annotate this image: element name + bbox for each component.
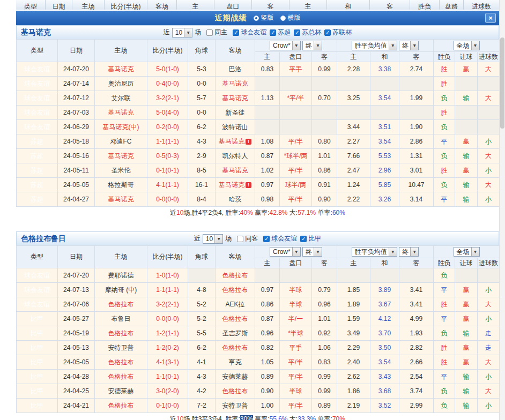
- score-cell: 4-1(3-1): [147, 355, 188, 370]
- scope-select[interactable]: 全场: [454, 247, 480, 257]
- handicap-away-odds: 0.91: [312, 178, 337, 192]
- recent-count-select[interactable]: 10: [203, 234, 223, 244]
- home-team: 基马诺克: [95, 192, 147, 207]
- league-type-badge: 球会友谊: [17, 77, 58, 91]
- euro-draw-odds: 3.50: [370, 341, 399, 355]
- summary-segment: 大:: [288, 209, 298, 216]
- euro-away-odds: 2.66: [399, 355, 434, 370]
- away-team: 基马诺克: [216, 163, 255, 178]
- handicap-time-select[interactable]: 终: [302, 247, 322, 257]
- league-filter-checkbox[interactable]: [270, 29, 276, 36]
- same-venue-label: 同主: [214, 28, 227, 37]
- away-team: 基马诺克: [216, 77, 255, 91]
- goals-cell: 小: [478, 370, 500, 384]
- away-team-name: 色格拉布: [222, 272, 248, 279]
- recent-matches-table-1: 类型 日期 主场 比分(半场) 角球 客场 Crow* 终 胜平负均值 终 全场: [16, 39, 500, 207]
- match-row: 比甲 24-05-27 布鲁日 0-0(0-0) 5-2 色格拉布 0.87 半…: [17, 312, 500, 326]
- goals-cell: [478, 268, 500, 283]
- match-row: 球会友谊 24-07-13 摩纳哥 (中) 1-1(1-1) 4-8 色格拉布 …: [17, 283, 500, 297]
- close-icon[interactable]: ×: [485, 13, 496, 23]
- away-team-name: 色格拉布: [222, 344, 248, 351]
- score-cell: 5-0(1-0): [147, 62, 188, 77]
- scope-group-header: 全场: [434, 40, 500, 52]
- handicap-away-odds: 0.89: [312, 399, 337, 413]
- team1-filters: 近 10 场 同主 球会友谊 苏超 苏总杯 苏联杯: [164, 28, 352, 38]
- result-cell: 负: [434, 384, 455, 399]
- away-team-name: 哈茨: [229, 196, 242, 203]
- home-team-name: 色格拉布: [108, 301, 134, 308]
- same-venue-checkbox[interactable]: [237, 236, 243, 242]
- result-cell: 胜: [434, 77, 455, 91]
- score-cell: 1-2(1-1): [147, 326, 188, 341]
- league-filter-label: 苏超: [278, 28, 291, 37]
- corners-cell: 0-0: [188, 106, 216, 120]
- match-row: 苏超 24-05-11 圣米伦 0-1(0-1) 8-5 基马诺克 1.02 平…: [17, 163, 500, 178]
- corners-cell: 4-8: [188, 283, 216, 297]
- recent-count-select[interactable]: 10: [172, 28, 192, 38]
- summary-segment: 55.6%: [269, 415, 287, 420]
- euro-time-select[interactable]: 终: [399, 41, 419, 50]
- home-team: 安德莱赫: [95, 384, 147, 399]
- handicap-line-cell: 半球: [280, 384, 312, 399]
- match-row: 苏超 24-05-18 邓迪FC 1-1(1-1) 4-3 基马诺克! 1.08…: [17, 134, 500, 149]
- league-filter-checkbox[interactable]: [233, 29, 239, 36]
- home-team: 布鲁日: [95, 312, 147, 326]
- vertical-layout-radio[interactable]: [254, 16, 259, 21]
- handicap-home-odds: [255, 120, 280, 134]
- avg-odds-select[interactable]: 胜平负均值: [352, 247, 397, 257]
- home-team-name: 色格拉布: [108, 329, 134, 337]
- modal-titlebar: 近期战绩 竖版 横版 ×: [16, 11, 499, 25]
- score-cell: 0-1(0-0): [147, 399, 188, 413]
- horizontal-layout-radio[interactable]: [280, 16, 286, 21]
- league-type-badge: 苏超: [17, 163, 58, 178]
- handicap-away-odds: 0.86: [312, 163, 337, 178]
- goals-cell: 小: [478, 192, 500, 207]
- match-date: 24-05-16: [58, 149, 95, 163]
- same-venue-checkbox[interactable]: [206, 29, 213, 36]
- col-handicap-away: 客: [312, 52, 337, 62]
- bg-col-cover: 盘路: [440, 0, 464, 10]
- corners-cell: 4-1: [188, 355, 216, 370]
- score-cell: 1-0(1-0): [147, 268, 188, 283]
- cover-cell: 赢: [455, 134, 478, 149]
- home-team: 邓迪FC: [95, 134, 147, 149]
- score-cell: 3-2(2-1): [147, 91, 188, 106]
- avg-odds-select[interactable]: 胜平负均值: [352, 41, 397, 50]
- league-filter-checkbox[interactable]: [300, 236, 307, 242]
- home-team: 奥治尼历: [95, 77, 147, 91]
- result-cell: 胜: [434, 341, 455, 355]
- league-filter-checkbox[interactable]: [324, 29, 331, 36]
- league-filter-checkbox[interactable]: [294, 29, 300, 36]
- match-row: 球会友谊 24-07-20 基马诺克 5-0(1-0) 5-3 巴洛 0.83 …: [17, 62, 500, 77]
- bookmaker-select[interactable]: Crow*: [270, 247, 301, 257]
- league-type-badge: 比甲: [17, 326, 58, 341]
- euro-time-select[interactable]: 终: [399, 247, 419, 257]
- euro-draw-odds: 5.85: [370, 178, 399, 192]
- match-date: 24-07-20: [58, 268, 95, 283]
- corners-cell: 6-2: [188, 341, 216, 355]
- summary-segment: 10: [176, 415, 183, 420]
- euro-away-odds: 1.90: [399, 120, 434, 134]
- bg-col-score: 比分(半场): [105, 0, 147, 10]
- home-team-name: 摩纳哥 (中): [105, 286, 137, 294]
- league-filter-group: 球会友谊 比甲: [260, 234, 321, 243]
- match-row: 比甲 24-05-13 安特卫普 1-2(0-2) 6-2 色格拉布 0.82 …: [17, 341, 500, 355]
- league-filter-label: 球会友谊: [271, 234, 297, 243]
- bookmaker-select[interactable]: Crow*: [270, 41, 301, 50]
- handicap-line-cell: 平/半: [280, 134, 312, 149]
- league-filter-checkbox[interactable]: [263, 236, 270, 242]
- goals-cell: 小: [478, 399, 500, 413]
- handicap-time-select[interactable]: 终: [302, 41, 322, 50]
- result-cell: 平: [434, 192, 455, 207]
- handicap-away-odds: 1.01: [312, 149, 337, 163]
- vertical-scrollbar[interactable]: [499, 0, 505, 420]
- scope-select[interactable]: 全场: [454, 41, 480, 50]
- away-team-name: 基马诺克: [222, 94, 248, 102]
- col-corner: 角球: [188, 246, 216, 268]
- euro-draw-odds: [370, 77, 399, 91]
- bg-col-a: 客: [252, 0, 289, 10]
- handicap-away-odds: 0.70: [312, 91, 337, 106]
- scrollbar-thumb[interactable]: [500, 38, 504, 129]
- col-date: 日期: [58, 40, 95, 62]
- league-filter-label: 苏联杯: [332, 28, 352, 37]
